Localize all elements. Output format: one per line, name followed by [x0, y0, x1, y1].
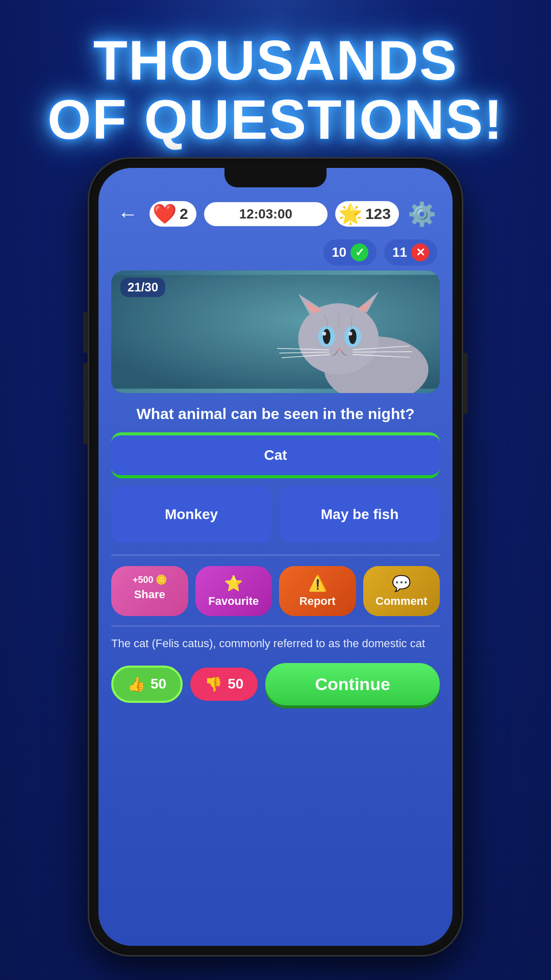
thumbs-down-button[interactable]: 👎 50 [190, 668, 258, 701]
report-label: Report [299, 595, 336, 608]
question-text: What animal can be seen in the night? [98, 393, 453, 430]
wrong-count: 11 [392, 244, 407, 260]
check-icon: ✓ [350, 243, 368, 261]
favourite-label: Favourite [208, 595, 259, 608]
svg-line-19 [353, 352, 412, 352]
answer-cat[interactable]: Cat [111, 432, 440, 478]
favourite-icon: ⭐ [224, 574, 243, 592]
comment-icon: 💬 [392, 574, 411, 592]
bottom-bar: 👍 50 👎 50 Continue [98, 657, 453, 721]
coins-count: 123 [365, 205, 391, 223]
phone-notch [224, 168, 327, 187]
share-coins-label: +500 🪙 [133, 574, 167, 585]
answers-grid: Cat Monkey May be fish [98, 432, 453, 550]
comment-button[interactable]: 💬 Comment [363, 566, 440, 616]
correct-score-badge: 10 ✓ [323, 239, 377, 265]
score-row: 10 ✓ 11 ✕ [98, 237, 453, 271]
action-row: +500 🪙 Share ⭐ Favourite ⚠️ Report 💬 Com… [98, 560, 453, 621]
answer-monkey[interactable]: Monkey [111, 486, 271, 543]
phone-device: ← ❤️ 2 12:03:00 🌟 123 ⚙️ 10 ✓ [89, 159, 462, 955]
lives-count: 2 [180, 205, 188, 223]
settings-button[interactable]: ⚙️ [407, 199, 437, 229]
report-icon: ⚠️ [308, 574, 327, 592]
thumbs-up-icon: 👍 [128, 676, 145, 693]
divider-1 [111, 554, 440, 556]
thumbs-up-count: 50 [151, 676, 166, 692]
svg-point-10 [323, 329, 331, 344]
share-button[interactable]: +500 🪙 Share [111, 566, 188, 616]
divider-2 [111, 625, 440, 627]
title-text: THOUSANDS OF QUESTIONS! [0, 31, 551, 149]
coin-small-icon: 🪙 [156, 574, 167, 585]
correct-count: 10 [332, 244, 346, 260]
answer-maybefish-label: May be fish [321, 506, 398, 523]
progress-label: 21/30 [120, 278, 165, 297]
continue-button[interactable]: Continue [265, 663, 440, 705]
comment-label: Comment [375, 595, 427, 608]
share-label: Share [134, 588, 165, 601]
title-line2: OF QUESTIONS! [47, 88, 504, 151]
timer-value: 12:03:00 [239, 206, 292, 222]
wrong-score-badge: 11 ✕ [384, 239, 437, 265]
info-content: The cat (Felis catus), commonly referred… [111, 637, 425, 650]
gear-icon: ⚙️ [408, 201, 436, 228]
info-text: The cat (Felis catus), commonly referred… [98, 631, 453, 657]
progress-value: 21/30 [128, 280, 158, 294]
svg-point-12 [322, 332, 326, 335]
coin-icon: 🌟 [338, 204, 362, 224]
continue-label: Continue [315, 674, 390, 694]
svg-point-11 [349, 329, 357, 344]
timer-badge: 12:03:00 [204, 202, 328, 226]
title-line1: THOUSANDS [93, 29, 458, 91]
svg-point-13 [348, 332, 352, 335]
x-icon: ✕ [411, 243, 429, 261]
question-content: What animal can be seen in the night? [136, 405, 414, 422]
heart-icon: ❤️ [153, 204, 177, 224]
phone-screen: ← ❤️ 2 12:03:00 🌟 123 ⚙️ 10 ✓ [98, 168, 453, 946]
lives-badge: ❤️ 2 [149, 201, 196, 227]
report-button[interactable]: ⚠️ Report [279, 566, 356, 616]
coins-badge: 🌟 123 [335, 201, 399, 227]
answer-monkey-label: Monkey [165, 506, 218, 523]
title-area: THOUSANDS OF QUESTIONS! [0, 0, 551, 164]
share-coins-value: +500 [133, 575, 154, 585]
back-arrow-icon: ← [118, 203, 138, 226]
favourite-button[interactable]: ⭐ Favourite [195, 566, 272, 616]
thumbs-down-count: 50 [228, 676, 243, 692]
question-image: 21/30 [111, 271, 440, 393]
thumbs-down-icon: 👎 [205, 676, 222, 693]
thumbs-up-button[interactable]: 👍 50 [111, 666, 183, 703]
answer-maybefish[interactable]: May be fish [280, 486, 440, 543]
answer-cat-label: Cat [264, 447, 287, 463]
back-button[interactable]: ← [114, 200, 142, 228]
